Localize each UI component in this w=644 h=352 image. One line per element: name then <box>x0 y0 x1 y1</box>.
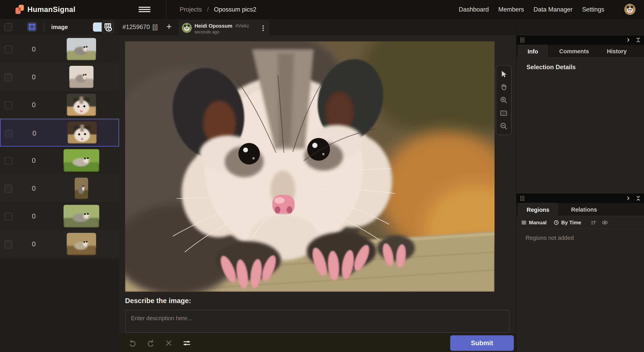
nav-members[interactable]: Members <box>498 6 524 13</box>
settings-sliders-icon[interactable] <box>182 339 191 347</box>
task-thumbnail-opossum-family-on-log[interactable] <box>67 233 96 255</box>
outliner-header: image <box>0 19 119 36</box>
details-panel-bar <box>516 35 644 45</box>
order-by-label: By Time <box>561 220 581 226</box>
fit-screen-tool-icon[interactable] <box>499 109 508 117</box>
bottom-action-bar: Submit <box>119 333 516 352</box>
nav-data-manager[interactable]: Data Manager <box>534 6 572 13</box>
view-toggle-icon[interactable] <box>93 21 115 33</box>
order-by-button[interactable]: By Time <box>553 216 581 229</box>
annotation-count: 0 <box>28 202 40 230</box>
add-annotation-button[interactable]: + <box>166 19 172 35</box>
tab-relations[interactable]: Relations <box>566 203 602 216</box>
task-thumbnail-opossum-on-snowy-branch[interactable] <box>69 66 94 88</box>
zoom-out-tool-icon[interactable] <box>499 122 508 130</box>
task-thumbnail-opossum-sitting-on-ground[interactable] <box>75 178 88 199</box>
zoom-in-tool-icon[interactable] <box>499 96 508 104</box>
topbar-divider <box>166 0 166 19</box>
row-checkbox[interactable] <box>4 213 12 221</box>
collapse-panel-icon[interactable] <box>635 37 641 43</box>
row-checkbox[interactable] <box>4 185 12 193</box>
task-row-3[interactable]: 0 <box>0 91 119 119</box>
label-studio-app: HumanSignal Projects/Opossum pics2 Dashb… <box>0 0 644 352</box>
breadcrumb: Projects/Opossum pics2 <box>180 0 256 19</box>
description-input[interactable] <box>125 310 510 333</box>
hamburger-menu-icon[interactable] <box>138 6 150 14</box>
regions-panel-bar <box>516 194 644 203</box>
tab-regions[interactable]: Regions <box>518 203 558 216</box>
row-checkbox[interactable] <box>4 46 12 54</box>
row-checkbox[interactable] <box>4 73 12 81</box>
annotator-avatar <box>182 23 191 32</box>
select-tool-icon[interactable] <box>499 70 508 78</box>
tab-comments[interactable]: Comments <box>556 45 592 58</box>
annotator-name: Heidi Opossum <box>194 23 232 29</box>
annotation-count: 0 <box>28 174 40 202</box>
breadcrumb-project-name: Opossum pics2 <box>214 6 256 13</box>
side-panels: Info Comments History Selection Details … <box>516 19 644 352</box>
tab-history[interactable]: History <box>600 45 634 58</box>
row-checkbox[interactable] <box>5 130 13 138</box>
topbar-nav: Dashboard Members Data Manager Settings <box>459 0 604 19</box>
group-by-label: Manual <box>529 220 547 226</box>
annotation-count: 0 <box>28 91 40 119</box>
task-thumbnail-opossum-closeup-on-deck[interactable] <box>68 122 97 144</box>
redo-icon[interactable] <box>146 339 155 347</box>
annotation-count: 0 <box>28 35 40 63</box>
user-avatar[interactable] <box>625 4 635 15</box>
right-top-strip <box>516 19 644 35</box>
details-tabs: Info Comments History <box>516 45 644 58</box>
nav-settings[interactable]: Settings <box>582 6 604 13</box>
sort-direction-icon[interactable] <box>590 216 597 229</box>
task-row-4[interactable]: 0 <box>0 119 119 146</box>
outliner-panel: image 00000000 <box>0 19 120 352</box>
brand-title: HumanSignal <box>28 0 76 19</box>
annotation-menu-icon[interactable] <box>262 25 264 32</box>
task-row-7[interactable]: 0 <box>0 202 119 230</box>
task-row-8[interactable]: 0 <box>0 230 119 258</box>
task-id: #1259670 <box>122 19 150 35</box>
annotation-count: 0 <box>28 63 40 91</box>
tab-info[interactable]: Info <box>518 45 548 58</box>
task-thumbnail-opossum-with-babies-on-log[interactable] <box>64 205 99 228</box>
group-by-button[interactable]: Manual <box>521 216 547 229</box>
header-divider <box>44 23 44 31</box>
annotation-id: #Viekz <box>236 23 249 29</box>
row-checkbox[interactable] <box>4 157 12 165</box>
task-row-1[interactable]: 0 <box>0 35 119 63</box>
row-checkbox[interactable] <box>4 240 12 248</box>
task-row-6[interactable]: 0 <box>0 174 119 202</box>
task-row-5[interactable]: 0 <box>0 146 119 174</box>
breadcrumb-separator: / <box>207 6 209 13</box>
annotation-time: seconds ago <box>194 30 219 35</box>
select-all-checkbox[interactable] <box>4 23 12 31</box>
reset-icon[interactable] <box>164 339 173 347</box>
nav-dashboard[interactable]: Dashboard <box>459 6 489 13</box>
task-thumbnail-opossum-walking-in-grass[interactable] <box>64 149 99 172</box>
visibility-eye-icon[interactable] <box>602 216 608 229</box>
task-thumbnail-opossum-on-winter-fence[interactable] <box>67 38 96 60</box>
collapse-panel-icon[interactable] <box>635 195 641 201</box>
outliner-rows: 00000000 <box>0 35 119 258</box>
task-image[interactable] <box>125 41 494 292</box>
task-row-2[interactable]: 0 <box>0 63 119 91</box>
detach-panel-icon[interactable] <box>625 37 631 43</box>
region-type-icon[interactable] <box>28 22 36 32</box>
annotation-count: 0 <box>28 119 40 147</box>
task-thumbnail-opossum-in-wood-shavings[interactable] <box>67 94 96 116</box>
pan-tool-icon[interactable] <box>499 83 508 91</box>
drag-handle-icon[interactable] <box>520 195 525 201</box>
undo-icon[interactable] <box>128 339 137 347</box>
annotation-tab[interactable]: Heidi Opossum #Viekz seconds ago <box>179 20 268 36</box>
column-label: image <box>51 19 68 35</box>
breadcrumb-projects-link[interactable]: Projects <box>180 6 202 13</box>
regions-empty-text: Regions not added <box>526 235 574 241</box>
detach-panel-icon[interactable] <box>625 195 631 201</box>
prompt-label: Describe the image: <box>125 297 191 305</box>
copy-format-icon[interactable]: [|] <box>152 19 158 35</box>
row-checkbox[interactable] <box>4 101 12 109</box>
submit-button[interactable]: Submit <box>450 335 514 351</box>
annotation-tab-strip: #1259670 [|] + Heidi Opossum #Viekz seco… <box>119 19 516 36</box>
drag-handle-icon[interactable] <box>520 37 525 43</box>
top-bar: HumanSignal Projects/Opossum pics2 Dashb… <box>0 0 644 19</box>
